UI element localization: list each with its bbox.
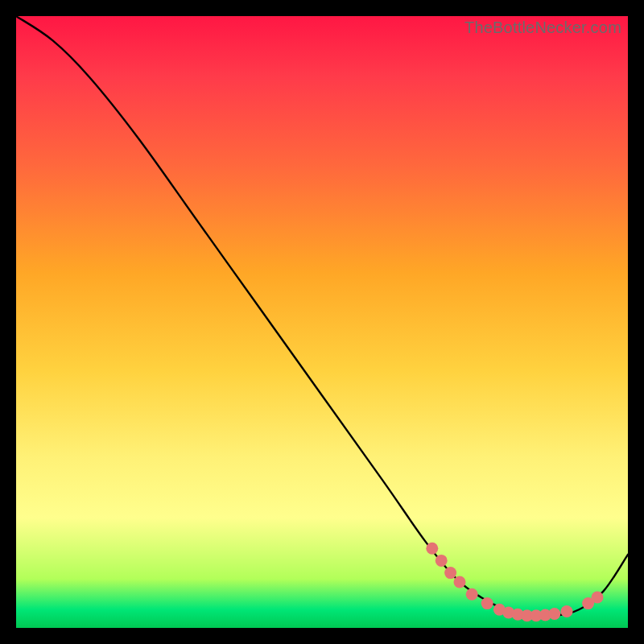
- data-marker: [466, 588, 478, 601]
- data-marker: [454, 576, 466, 588]
- data-marker: [426, 543, 438, 555]
- chart-frame: TheBottleNecker.com: [16, 16, 628, 628]
- bottleneck-curve: [16, 16, 628, 617]
- watermark-text: TheBottleNecker.com: [464, 19, 621, 37]
- data-marker: [561, 605, 573, 617]
- data-marker: [436, 555, 448, 567]
- data-marker: [592, 592, 604, 604]
- data-marker: [444, 567, 456, 579]
- data-marker: [548, 608, 560, 620]
- data-marker: [481, 597, 493, 609]
- chart-svg: [16, 16, 628, 628]
